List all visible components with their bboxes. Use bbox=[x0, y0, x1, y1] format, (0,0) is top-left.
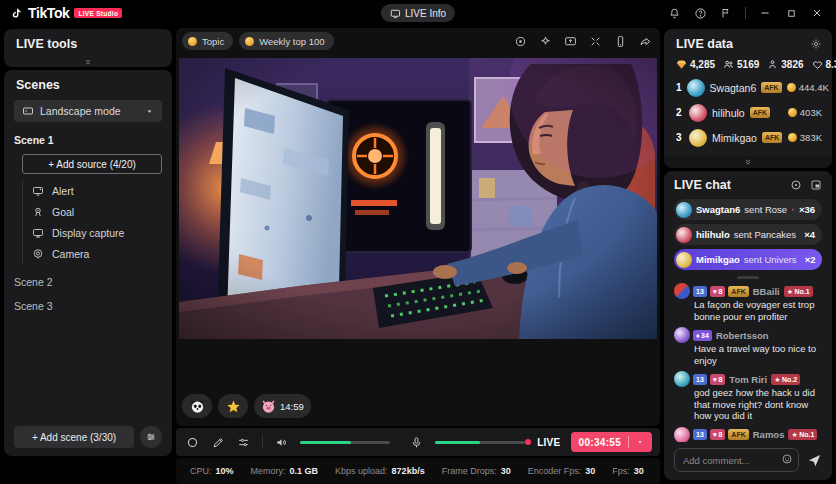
scene-1-item[interactable]: Scene 1 bbox=[4, 122, 172, 146]
leader-coins: 383K bbox=[788, 132, 822, 143]
live-timer-button[interactable]: 00:34:55 bbox=[571, 432, 652, 452]
leader-rank: 1 bbox=[676, 82, 682, 93]
speaker-icon bbox=[275, 436, 288, 449]
viewers-icon bbox=[723, 59, 734, 70]
source-item-display-capture[interactable]: Display capture bbox=[32, 222, 172, 243]
avatar bbox=[674, 371, 690, 387]
source-label: Alert bbox=[52, 185, 74, 197]
chat-message: 13 ♥8 AFK BBaili ★No.1 La façon de voyag… bbox=[674, 283, 822, 322]
live-status-label: LIVE bbox=[537, 437, 560, 448]
minimize-button[interactable] bbox=[752, 2, 778, 24]
source-list: Alert Goal Display capture Camera bbox=[22, 180, 172, 264]
stat-frame-drops: Frame Drops:30 bbox=[442, 466, 511, 476]
send-comment-button[interactable] bbox=[807, 453, 822, 468]
record-button[interactable] bbox=[511, 32, 529, 50]
speaker-mute-button[interactable] bbox=[269, 431, 294, 453]
share-button[interactable] bbox=[636, 32, 654, 50]
mic-mute-button[interactable] bbox=[404, 431, 429, 453]
flag-icon bbox=[720, 7, 732, 19]
afk-badge: AFK bbox=[762, 132, 782, 143]
alert-source-icon bbox=[32, 185, 44, 197]
gift-action: sent Rose bbox=[744, 204, 787, 215]
chat-message: ♦34 Robertsson Have a travel way too nic… bbox=[674, 327, 822, 366]
notifications-button[interactable] bbox=[661, 2, 687, 24]
add-scene-button[interactable]: + Add scene (3/30) bbox=[14, 426, 134, 448]
pen-icon bbox=[212, 436, 225, 449]
fullscreen-button[interactable] bbox=[586, 32, 604, 50]
close-button[interactable] bbox=[804, 2, 830, 24]
live-data-settings-button[interactable] bbox=[810, 38, 822, 50]
scene-settings-button[interactable] bbox=[140, 426, 162, 448]
help-icon bbox=[694, 7, 707, 20]
gift-sender: hilihulo bbox=[696, 229, 730, 240]
add-source-button[interactable]: + Add source (4/20) bbox=[22, 154, 162, 174]
live-chat-title: LIVE chat bbox=[674, 178, 731, 192]
edit-button[interactable] bbox=[205, 431, 230, 453]
chat-username[interactable]: Robertsson bbox=[715, 330, 770, 341]
feedback-button[interactable] bbox=[713, 2, 739, 24]
level-badge: 13 bbox=[693, 286, 707, 297]
scene-3-item[interactable]: Scene 3 bbox=[4, 288, 172, 312]
mic-slider[interactable] bbox=[435, 441, 525, 444]
source-item-alert[interactable]: Alert bbox=[32, 180, 172, 201]
leaderboard-row[interactable]: 1 Swagtan6 AFK 444.4K bbox=[676, 77, 822, 98]
chevron-down-icon bbox=[145, 107, 154, 116]
record-toggle-button[interactable] bbox=[180, 431, 205, 453]
effect-chip-pig-timer[interactable]: 14:59 bbox=[254, 394, 311, 418]
heart-badge: ♥8 bbox=[710, 374, 726, 385]
chat-username[interactable]: BBaili bbox=[752, 286, 781, 297]
screen-share-button[interactable] bbox=[561, 32, 579, 50]
stat-encoder-fps: Encoder Fps:30 bbox=[528, 466, 596, 476]
effect-chip-panda[interactable] bbox=[182, 394, 212, 418]
chat-username[interactable]: Tom Riri bbox=[728, 374, 768, 385]
chat-divider-handle[interactable] bbox=[737, 276, 759, 279]
leaderboard-row[interactable]: 2 hilihulo AFK 403K bbox=[676, 102, 822, 123]
stat-coins: 4,285 bbox=[676, 59, 715, 70]
microphone-icon bbox=[410, 436, 423, 449]
afk-badge: AFK bbox=[728, 286, 748, 297]
live-tools-collapse[interactable] bbox=[4, 58, 172, 66]
source-item-goal[interactable]: Goal bbox=[32, 201, 172, 222]
send-icon bbox=[807, 453, 822, 468]
live-data-expand[interactable] bbox=[664, 156, 832, 168]
leaderboard-row[interactable]: 3 Mimikgao AFK 383K bbox=[676, 127, 822, 148]
chevron-double-down-icon bbox=[83, 58, 93, 66]
audio-mixer-button[interactable] bbox=[231, 431, 256, 453]
leader-rank: 3 bbox=[676, 132, 684, 143]
topic-chip[interactable]: Topic bbox=[182, 32, 233, 50]
enhance-button[interactable] bbox=[536, 32, 554, 50]
level-badge: 13 bbox=[693, 374, 707, 385]
stage-panel: Topic Weekly top 100 bbox=[176, 28, 660, 426]
chat-popout-button[interactable] bbox=[810, 179, 822, 191]
gift-notification: hilihulo sent Pancakes ×4 bbox=[674, 224, 822, 245]
source-item-camera[interactable]: Camera bbox=[32, 243, 172, 264]
effect-timer: 14:59 bbox=[280, 401, 304, 412]
scene-2-item[interactable]: Scene 2 bbox=[4, 264, 172, 288]
maximize-button[interactable] bbox=[778, 2, 804, 24]
chat-text: Have a travel way too nice to enjoy bbox=[694, 343, 822, 366]
gift-action: sent Pancakes bbox=[734, 229, 796, 240]
rose-icon bbox=[791, 204, 795, 216]
live-timer: 00:34:55 bbox=[579, 437, 621, 448]
chat-filter-button[interactable] bbox=[790, 179, 802, 191]
chat-username[interactable]: Ramos bbox=[752, 429, 786, 440]
live-info-button[interactable]: LIVE Info bbox=[381, 4, 455, 22]
effect-chip-star[interactable] bbox=[218, 394, 248, 418]
emoji-button[interactable] bbox=[781, 453, 793, 465]
gift-notification: Swagtan6 sent Rose ×36 bbox=[674, 199, 822, 220]
coin-icon bbox=[787, 83, 796, 92]
mixer-icon bbox=[237, 436, 250, 449]
mobile-view-button[interactable] bbox=[611, 32, 629, 50]
leader-rank: 2 bbox=[676, 107, 684, 118]
source-label: Camera bbox=[52, 248, 89, 260]
volume-slider[interactable] bbox=[300, 441, 390, 444]
help-button[interactable] bbox=[687, 2, 713, 24]
mic-slider-fill bbox=[435, 441, 480, 444]
weekly-top-chip[interactable]: Weekly top 100 bbox=[239, 32, 333, 50]
live-info-icon bbox=[390, 8, 401, 19]
live-tools-title: LIVE tools bbox=[4, 29, 172, 51]
gem-icon bbox=[676, 59, 687, 70]
layout-mode-select[interactable]: Landscape mode bbox=[14, 100, 162, 122]
rank-badge: ★No.1 bbox=[784, 286, 813, 297]
heart-icon bbox=[812, 59, 823, 70]
